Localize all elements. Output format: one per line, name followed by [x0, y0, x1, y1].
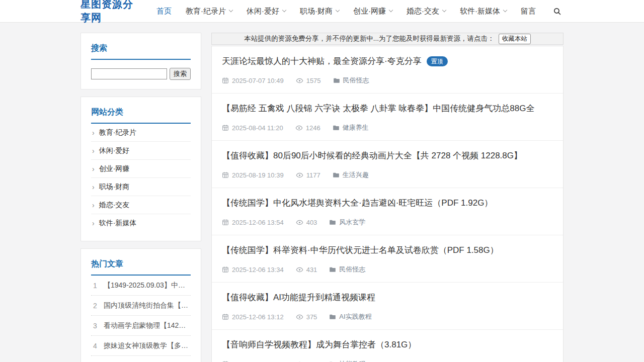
nav-item-label: 婚恋·交友 — [407, 7, 439, 16]
article-views: 1177 — [306, 171, 320, 179]
nav-item[interactable]: 教育·纪录片 — [179, 7, 239, 16]
category-item[interactable]: › 创业·网赚 — [91, 160, 191, 178]
calendar-icon — [222, 124, 229, 131]
eye-icon — [296, 313, 303, 321]
article-date: 2025-08-04 11:20 — [232, 124, 283, 132]
article-row: 【传统国学】科举资料·中华历代状元进士名单及试卷欣赏（PDF 1.58G） — [212, 235, 563, 283]
folder-icon — [333, 124, 340, 131]
article-title-link[interactable]: 【传统国学】科举资料·中华历代状元进士名单及试卷欣赏（PDF 1.58G） — [222, 244, 499, 257]
article-date: 2025-12-06 13:34 — [232, 266, 284, 274]
hot-article-rank: 3 — [91, 322, 99, 330]
folder-icon — [333, 171, 340, 178]
hot-articles-widget-title: 热门文章 — [91, 256, 191, 276]
hot-articles-widget: 热门文章 1 【1949-2025.09.03】中国... 2 国内顶级清纯街拍… — [80, 248, 201, 362]
category-item[interactable]: › 职场·财商 — [91, 178, 191, 196]
views-group: 431 — [296, 266, 317, 274]
search-submit-button[interactable]: 搜索 — [170, 68, 191, 80]
category-group: 生活兴趣 — [333, 170, 369, 179]
category-item-label: 软件·新媒体 — [99, 219, 137, 228]
hot-article-item[interactable]: 2 国内顶级清纯街拍合集【含... — [91, 296, 191, 316]
site-header: 星图资源分享网 首页 教育·纪录片 休闲·爱好 职场 — [0, 0, 644, 23]
category-item[interactable]: › 教育·纪录片 — [91, 124, 191, 142]
chevron-down-icon — [442, 8, 446, 12]
article-views: 431 — [306, 266, 317, 274]
nav-item-label: 创业·网赚 — [353, 7, 386, 16]
hot-article-title: 国内顶级清纯街拍合集【含... — [104, 301, 191, 310]
nav-item[interactable]: 首页 — [149, 7, 179, 16]
category-item-label: 教育·纪录片 — [99, 128, 137, 137]
category-item[interactable]: › 婚恋·交友 — [91, 196, 191, 214]
article-title-link[interactable]: 【音响师自学视频教程】成为舞台掌控者（3.81G） — [222, 338, 416, 351]
date-group: 2025-07-07 10:49 — [222, 77, 284, 84]
folder-icon — [329, 313, 336, 320]
article-category-link[interactable]: 生活兴趣 — [343, 170, 369, 179]
nav-item[interactable]: 创业·网赚 — [346, 7, 399, 16]
article-category-link[interactable]: 健康养生 — [343, 123, 369, 132]
category-group: AI实践教程 — [329, 312, 371, 321]
nav-item[interactable]: 软件·新媒体 — [453, 7, 514, 16]
date-group: 2025-12-06 13:54 — [222, 219, 284, 226]
hot-article-rank: 1 — [91, 282, 99, 290]
article-title-link[interactable]: 【传统国学】中化风水堪舆资料大全·趋吉避凶·旺宅旺运（PDF 1.92G） — [222, 197, 493, 210]
eye-icon — [296, 360, 303, 362]
hot-article-item[interactable]: 1 【1949-2025.09.03】中国... — [91, 276, 191, 296]
article-meta: 2025-07-07 10:49 1575 — [222, 76, 553, 85]
site-logo[interactable]: 星图资源分享网 — [80, 0, 136, 25]
date-group: 2025-12-06 13:00 — [222, 360, 284, 362]
chevron-right-icon: › — [92, 202, 95, 209]
category-item[interactable]: › 休闲·爱好 — [91, 142, 191, 160]
article-title-link[interactable]: 天涯论坛最惊人的十大神贴，最全资源分享·夸克分享 — [222, 55, 422, 68]
search-form: 搜索 — [91, 68, 191, 80]
article-date: 2025-12-06 13:00 — [232, 360, 284, 362]
article-category-link[interactable]: 风水玄学 — [339, 218, 365, 227]
article-date: 2025-07-07 10:49 — [232, 77, 284, 84]
nav-item-label: 休闲·爱好 — [247, 7, 279, 16]
article-category-link[interactable]: AI实践教程 — [339, 312, 371, 321]
article-title-link[interactable]: 【值得收藏】AI功能提升到精通视频课程 — [222, 291, 375, 304]
chevron-right-icon: › — [92, 184, 95, 191]
main-nav: 首页 教育·纪录片 休闲·爱好 职场·财商 — [149, 7, 543, 16]
category-group: 健康养生 — [333, 123, 369, 132]
article-meta: 2025-12-06 13:12 375 — [222, 312, 553, 321]
date-group: 2025-08-19 10:39 — [222, 171, 284, 179]
views-group: 1246 — [295, 124, 320, 132]
nav-item[interactable]: 休闲·爱好 — [239, 7, 293, 16]
chevron-down-icon — [503, 8, 507, 12]
calendar-icon — [222, 171, 229, 178]
views-group: 1575 — [296, 77, 321, 84]
page-container: 搜索 搜索 网站分类 › 教育·纪录片 › 休闲·爱好 — [80, 23, 564, 362]
article-category-link[interactable]: 民俗怪志 — [339, 265, 365, 274]
category-item-label: 创业·网赚 — [99, 164, 130, 173]
category-item-label: 休闲·爱好 — [99, 146, 130, 155]
article-date: 2025-12-06 13:12 — [232, 313, 284, 321]
hot-article-item[interactable]: 4 撩妹追女神顶级教学【多视... — [91, 336, 191, 356]
hot-article-rank: 4 — [91, 342, 99, 350]
nav-item-label: 职场·财商 — [300, 7, 333, 16]
category-item[interactable]: › 软件·新媒体 — [91, 214, 191, 232]
search-input[interactable] — [91, 68, 167, 79]
article-date: 2025-12-06 13:54 — [232, 219, 284, 226]
article-category-link[interactable]: 技能教程 — [339, 359, 365, 362]
nav-item[interactable]: 留言 — [514, 7, 543, 16]
search-icon[interactable] — [551, 5, 564, 18]
nav-item-label: 软件·新媒体 — [460, 7, 500, 16]
article-meta: 2025-12-06 13:00 415 — [222, 359, 553, 362]
article-row: 【值得收藏】AI功能提升到精通视频课程 — [212, 283, 563, 330]
category-group: 技能教程 — [329, 359, 365, 362]
category-group: 民俗怪志 — [333, 76, 369, 85]
article-category-link[interactable]: 民俗怪志 — [343, 76, 369, 85]
hot-article-rank: 2 — [91, 302, 99, 310]
nav-item[interactable]: 职场·财商 — [293, 7, 346, 16]
bookmark-site-button[interactable]: 收藏本站 — [499, 34, 531, 44]
nav-item[interactable]: 婚恋·交友 — [399, 7, 453, 16]
calendar-icon — [222, 313, 229, 320]
article-title-link[interactable]: 【值得收藏】80后90后小时候看的经典动画片大全【共 2728 个视频 1228… — [222, 149, 522, 162]
hot-article-item[interactable]: 3 看动画学启蒙物理【142集... — [91, 316, 191, 336]
eye-icon — [296, 171, 303, 179]
article-row: 【传统国学】中化风水堪舆资料大全·趋吉避凶·旺宅旺运（PDF 1.92G） — [212, 188, 563, 235]
article-title-link[interactable]: 【易筋经 五禽戏 八段锦 六字诀 太极拳 八卦掌 咏春拳】中国传统健身气功总88… — [222, 102, 534, 115]
category-item-label: 职场·财商 — [99, 183, 130, 192]
hot-article-item[interactable]: 5 【最全搞钱必看的纪录片大... — [91, 356, 191, 362]
hot-article-title: 撩妹追女神顶级教学【多视... — [104, 341, 191, 350]
eye-icon — [295, 124, 303, 132]
